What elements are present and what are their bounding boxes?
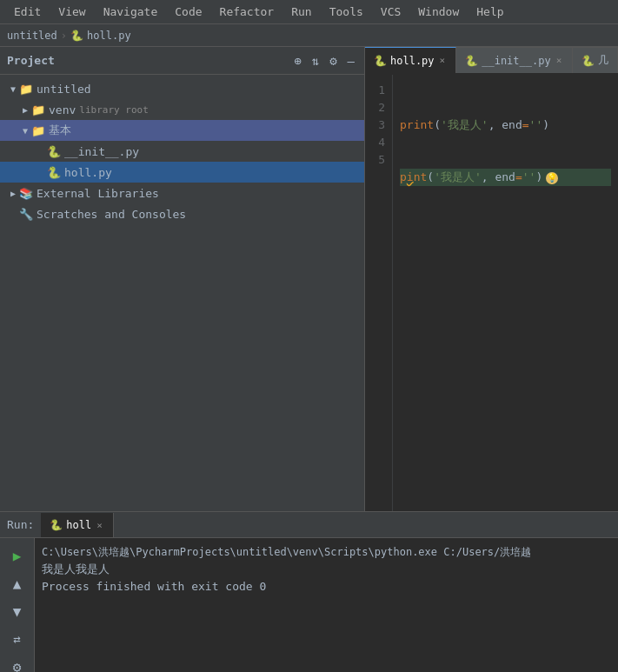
menu-bar: Edit View Navigate Code Refactor Run Too… bbox=[0, 0, 618, 24]
tree-item-ext-libs[interactable]: ▶ 📚 External Libraries bbox=[0, 183, 364, 203]
scratches-icon: 🔧 bbox=[19, 208, 33, 221]
code-line-3 bbox=[400, 221, 611, 238]
sidebar: Project ⊕ ⇅ ⚙ — ▼ 📁 untitled ▶ 📁 venv li… bbox=[0, 47, 365, 511]
breadcrumb-file-icon: 🐍 bbox=[70, 30, 83, 42]
run-tab-holl[interactable]: 🐍 holl × bbox=[41, 513, 114, 537]
code-line-1: print('我是人', end='') bbox=[400, 116, 611, 134]
menu-navigate[interactable]: Navigate bbox=[96, 3, 165, 20]
line-num-5: 5 bbox=[369, 151, 385, 169]
folder-icon-venv: 📁 bbox=[31, 103, 45, 116]
run-tabs-bar: Run: 🐍 holl × bbox=[0, 512, 618, 538]
python-icon-holl: 🐍 bbox=[47, 166, 61, 179]
line-num-3: 3 bbox=[369, 116, 385, 134]
run-output: C:\Users\洪培越\PycharmProjects\untitled\ve… bbox=[35, 538, 618, 672]
tab-close-holl[interactable]: × bbox=[438, 55, 448, 66]
breadcrumb-project[interactable]: untitled bbox=[7, 30, 57, 42]
bottom-panel: Run: 🐍 holl × ▶ ▲ ▼ ⇄ ⚙ C:\Users\洪培越\Pyc… bbox=[0, 511, 618, 672]
tree-item-holl[interactable]: 🐍 holl.py bbox=[0, 162, 364, 183]
run-tab-close[interactable]: × bbox=[95, 520, 104, 531]
tree-arrow-jiben: ▼ bbox=[19, 126, 31, 136]
tree-arrow-venv: ▶ bbox=[19, 105, 31, 115]
run-tab-icon: 🐍 bbox=[50, 519, 63, 531]
line-num-1: 1 bbox=[369, 82, 385, 99]
editor-area: 🐍 holl.py × 🐍 __init__.py × 🐍 几 1 2 3 4 … bbox=[365, 47, 618, 511]
run-settings-button[interactable]: ⚙ bbox=[7, 656, 28, 672]
folder-icon-untitled: 📁 bbox=[19, 83, 33, 96]
code-editor[interactable]: print('我是人', end='') pint('我是人', end='')… bbox=[393, 75, 618, 511]
code-line-5 bbox=[400, 325, 611, 343]
run-wrap-button[interactable]: ⇄ bbox=[7, 629, 28, 649]
tab-label-init: __init__.py bbox=[482, 55, 550, 67]
sidebar-add-icon[interactable]: ⊕ bbox=[291, 52, 303, 70]
tab-label-holl: holl.py bbox=[390, 55, 435, 67]
tab-holl[interactable]: 🐍 holl.py × bbox=[365, 47, 456, 73]
tab-icon-extra: 🐍 bbox=[581, 55, 595, 67]
sidebar-collapse-icon[interactable]: ⇅ bbox=[309, 52, 322, 70]
breadcrumb-file[interactable]: holl.py bbox=[87, 30, 131, 42]
tab-init[interactable]: 🐍 __init__.py × bbox=[456, 47, 573, 73]
run-exit-line: Process finished with exit code 0 bbox=[42, 578, 611, 595]
tree-label-jiben: 基本 bbox=[49, 123, 71, 138]
tree-item-untitled[interactable]: ▼ 📁 untitled bbox=[0, 78, 364, 99]
tree-arrow-untitled: ▼ bbox=[7, 84, 19, 94]
tree-label-init: __init__.py bbox=[64, 145, 139, 158]
menu-refactor[interactable]: Refactor bbox=[213, 3, 282, 20]
tree-item-venv[interactable]: ▶ 📁 venv library root bbox=[0, 99, 364, 120]
run-result-line: 我是人我是人 bbox=[42, 561, 611, 578]
run-controls: ▶ ▲ ▼ ⇄ ⚙ bbox=[0, 538, 35, 672]
tab-icon-holl: 🐍 bbox=[374, 55, 387, 67]
menu-tools[interactable]: Tools bbox=[322, 3, 370, 20]
venv-badge: library root bbox=[79, 104, 148, 116]
menu-view[interactable]: View bbox=[51, 3, 92, 20]
breadcrumb-separator: › bbox=[61, 30, 67, 42]
run-up-button[interactable]: ▲ bbox=[7, 573, 28, 594]
tree-label-ext: External Libraries bbox=[37, 187, 159, 200]
run-tab-label: holl bbox=[66, 519, 91, 531]
menu-code[interactable]: Code bbox=[168, 3, 209, 20]
tab-extra[interactable]: 🐍 几 bbox=[573, 47, 618, 73]
folder-icon-jiben: 📁 bbox=[31, 124, 45, 137]
main-area: Project ⊕ ⇅ ⚙ — ▼ 📁 untitled ▶ 📁 venv li… bbox=[0, 47, 618, 511]
run-play-button[interactable]: ▶ bbox=[7, 545, 28, 566]
menu-edit[interactable]: Edit bbox=[7, 3, 48, 20]
menu-vcs[interactable]: VCS bbox=[374, 3, 408, 20]
python-icon-init: 🐍 bbox=[47, 145, 61, 158]
line-num-4: 4 bbox=[369, 134, 385, 151]
file-tree: ▼ 📁 untitled ▶ 📁 venv library root ▼ 📁 基… bbox=[0, 75, 364, 511]
code-line-4 bbox=[400, 273, 611, 290]
code-line-2: pint('我是人', end='')💡 bbox=[400, 169, 611, 186]
tree-item-init[interactable]: 🐍 __init__.py bbox=[0, 141, 364, 162]
menu-window[interactable]: Window bbox=[411, 3, 466, 20]
tree-item-jiben[interactable]: ▼ 📁 基本 bbox=[0, 120, 364, 141]
run-sidebar: ▶ ▲ ▼ ⇄ ⚙ C:\Users\洪培越\PycharmProjects\u… bbox=[0, 538, 618, 672]
breadcrumb: untitled › 🐍 holl.py bbox=[0, 24, 618, 47]
editor-tabs-bar: 🐍 holl.py × 🐍 __init__.py × 🐍 几 bbox=[365, 47, 618, 75]
sidebar-settings-icon[interactable]: ⚙ bbox=[327, 52, 339, 70]
tab-close-init[interactable]: × bbox=[555, 55, 564, 66]
tab-label-extra: 几 bbox=[598, 53, 608, 68]
menu-run[interactable]: Run bbox=[284, 3, 318, 20]
sidebar-close-icon[interactable]: — bbox=[345, 52, 357, 70]
line-num-2: 2 bbox=[369, 99, 385, 116]
sidebar-header: Project ⊕ ⇅ ⚙ — bbox=[0, 47, 364, 75]
sidebar-title: Project bbox=[7, 54, 286, 67]
run-command-line: C:\Users\洪培越\PycharmProjects\untitled\ve… bbox=[42, 543, 611, 561]
run-down-button[interactable]: ▼ bbox=[7, 601, 28, 622]
warning-icon-line2: 💡 bbox=[546, 172, 558, 184]
tree-label-venv: venv bbox=[49, 103, 76, 116]
tree-label-holl: holl.py bbox=[64, 166, 112, 179]
tab-icon-init: 🐍 bbox=[465, 55, 478, 67]
tree-arrow-ext: ▶ bbox=[7, 189, 19, 198]
tree-label-untitled: untitled bbox=[37, 83, 91, 96]
tree-item-scratches[interactable]: 🔧 Scratches and Consoles bbox=[0, 203, 364, 224]
line-numbers: 1 2 3 4 5 bbox=[365, 75, 393, 511]
editor-content[interactable]: 1 2 3 4 5 print('我是人', end='') pint('我是人… bbox=[365, 75, 618, 511]
menu-help[interactable]: Help bbox=[469, 3, 510, 20]
ext-libs-icon: 📚 bbox=[19, 187, 33, 200]
run-label: Run: bbox=[0, 511, 41, 537]
tree-label-scratches: Scratches and Consoles bbox=[37, 208, 186, 221]
